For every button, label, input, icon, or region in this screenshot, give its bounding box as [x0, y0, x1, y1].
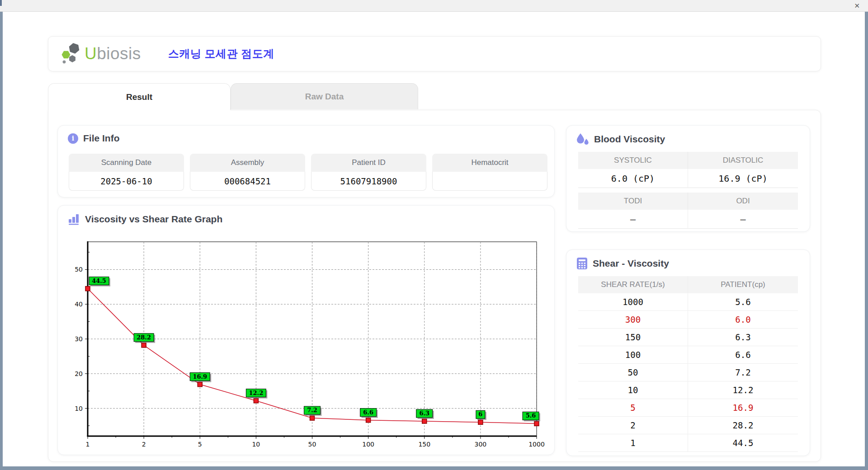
- file-info-field: Assembly000684521: [190, 154, 305, 191]
- shear-table-row: 1006.6: [578, 346, 798, 364]
- window-resize-nub: [0, 0, 2, 6]
- file-info-title: i File Info: [68, 133, 120, 144]
- file-info-fields: Scanning Date2025-06-10Assembly000684521…: [69, 154, 547, 191]
- graph-title: Viscosity vs Shear Rate Graph: [68, 213, 222, 225]
- window-frame-right: [865, 12, 868, 470]
- file-info-field: Patient ID51607918900: [311, 154, 426, 191]
- shear-table-row: 516.9: [578, 399, 798, 417]
- svg-text:16.9: 16.9: [193, 373, 207, 380]
- patient-viscosity-cell: 6.0: [688, 311, 798, 328]
- blood-viscosity-header-cell: DIASTOLIC: [688, 152, 798, 169]
- blood-viscosity-header-row: SYSTOLICDIASTOLIC: [578, 152, 798, 169]
- patient-viscosity-cell: 6.3: [688, 329, 798, 346]
- info-icon: i: [68, 133, 78, 144]
- svg-text:10: 10: [75, 405, 83, 412]
- file-info-field: Scanning Date2025-06-10: [69, 154, 184, 191]
- file-field-value: 51607918900: [311, 172, 426, 191]
- patient-viscosity-cell: 44.5: [688, 434, 798, 451]
- blood-viscosity-header-cell: ODI: [688, 193, 798, 210]
- patient-viscosity-cell: 12.2: [688, 381, 798, 399]
- svg-text:5: 5: [198, 441, 202, 448]
- blood-viscosity-table: SYSTOLICDIASTOLIC6.0 (cP)16.9 (cP)TODIOD…: [578, 152, 798, 233]
- result-panel: i File Info Scanning Date2025-06-10Assem…: [48, 110, 821, 462]
- calculator-icon: [576, 257, 588, 270]
- svg-text:30: 30: [75, 335, 83, 343]
- shear-rate-cell: 150: [578, 329, 688, 346]
- blood-viscosity-value-cell: 6.0 (cP): [578, 169, 688, 188]
- graph-card: Viscosity vs Shear Rate Graph 1020304050…: [57, 205, 555, 455]
- file-field-label: Scanning Date: [69, 154, 184, 172]
- bar-chart-icon: [68, 213, 80, 225]
- shear-table-row: 1012.2: [578, 381, 798, 399]
- file-field-label: Patient ID: [311, 154, 426, 172]
- window-frame-left: [0, 12, 3, 470]
- blood-viscosity-group: SYSTOLICDIASTOLIC6.0 (cP)16.9 (cP): [578, 152, 798, 188]
- shear-table-row: 1506.3: [578, 329, 798, 346]
- blood-viscosity-title: Blood Viscosity: [576, 133, 665, 146]
- blood-viscosity-value-cell: 16.9 (cP): [688, 169, 798, 188]
- blood-viscosity-header-cell: TODI: [578, 193, 688, 210]
- app-title-korean: 스캐닝 모세관 점도계: [168, 47, 274, 61]
- svg-text:6.3: 6.3: [419, 410, 429, 417]
- window-frame-bottom: [0, 466, 868, 470]
- shear-rate-cell: 5: [578, 399, 688, 416]
- patient-viscosity-cell: 5.6: [688, 293, 798, 310]
- svg-text:7.2: 7.2: [307, 407, 317, 414]
- svg-text:5.6: 5.6: [526, 412, 536, 419]
- blood-viscosity-value-row: ––: [578, 210, 798, 229]
- shear-table-row: 507.2: [578, 364, 798, 381]
- tab-result[interactable]: Result: [48, 83, 231, 110]
- svg-text:6.6: 6.6: [363, 409, 373, 416]
- file-field-value: 2025-06-10: [69, 172, 184, 191]
- svg-text:1: 1: [86, 441, 90, 448]
- shear-table-header-cell: SHEAR RATE(1/s): [578, 276, 688, 293]
- svg-text:150: 150: [418, 441, 430, 448]
- app-window: ✕ Ubiosis 스캐닝 모세관 점도계 Result Raw Data i …: [0, 0, 868, 470]
- blood-viscosity-value-cell: –: [688, 210, 798, 229]
- close-icon[interactable]: ✕: [854, 2, 860, 10]
- svg-text:6: 6: [478, 411, 482, 418]
- shear-rate-cell: 1000: [578, 293, 688, 310]
- shear-rate-cell: 300: [578, 311, 688, 328]
- svg-text:44.5: 44.5: [92, 277, 106, 284]
- svg-text:12.2: 12.2: [249, 390, 264, 396]
- svg-text:1000: 1000: [528, 441, 545, 448]
- brand-name: Ubiosis: [85, 44, 141, 63]
- patient-viscosity-cell: 28.2: [688, 417, 798, 434]
- shear-table-header-row: SHEAR RATE(1/s)PATIENT(cp): [578, 276, 798, 293]
- blood-drop-icon: [576, 133, 589, 146]
- svg-text:300: 300: [475, 441, 487, 448]
- shear-viscosity-card: Shear - Viscosity SHEAR RATE(1/s)PATIENT…: [566, 249, 810, 456]
- file-info-field: Hematocrit: [432, 154, 547, 191]
- blood-viscosity-group: TODIODI––: [578, 193, 798, 229]
- shear-viscosity-title: Shear - Viscosity: [576, 257, 669, 270]
- shear-rate-cell: 100: [578, 346, 688, 363]
- tab-raw-data[interactable]: Raw Data: [231, 83, 418, 109]
- svg-text:50: 50: [308, 441, 316, 448]
- shear-table-row: 10005.6: [578, 293, 798, 311]
- svg-text:100: 100: [362, 441, 374, 448]
- ubiosis-logo: Ubiosis: [61, 42, 141, 65]
- shear-rate-cell: 10: [578, 381, 688, 399]
- ubiosis-logo-icon: [61, 42, 82, 65]
- svg-text:10: 10: [252, 441, 260, 448]
- svg-text:2: 2: [142, 441, 146, 448]
- shear-table-row: 3006.0: [578, 311, 798, 329]
- svg-text:50: 50: [75, 266, 83, 273]
- blood-viscosity-value-cell: –: [578, 210, 688, 229]
- shear-table-row: 228.2: [578, 417, 798, 434]
- shear-rate-cell: 50: [578, 364, 688, 381]
- patient-viscosity-cell: 6.6: [688, 346, 798, 363]
- patient-viscosity-cell: 16.9: [688, 399, 798, 416]
- window-titlebar: ✕: [0, 0, 868, 12]
- blood-viscosity-value-row: 6.0 (cP)16.9 (cP): [578, 169, 798, 188]
- file-info-card: i File Info Scanning Date2025-06-10Assem…: [57, 125, 555, 197]
- shear-rate-cell: 2: [578, 417, 688, 434]
- blood-viscosity-header-row: TODIODI: [578, 193, 798, 210]
- viscosity-chart: 10203040501251050100150300100044.528.216…: [64, 237, 546, 452]
- shear-table-row: 144.5: [578, 434, 798, 452]
- svg-text:20: 20: [75, 370, 83, 377]
- shear-rate-cell: 1: [578, 434, 688, 451]
- file-field-value: [432, 172, 547, 191]
- header-card: Ubiosis 스캐닝 모세관 점도계: [48, 36, 821, 71]
